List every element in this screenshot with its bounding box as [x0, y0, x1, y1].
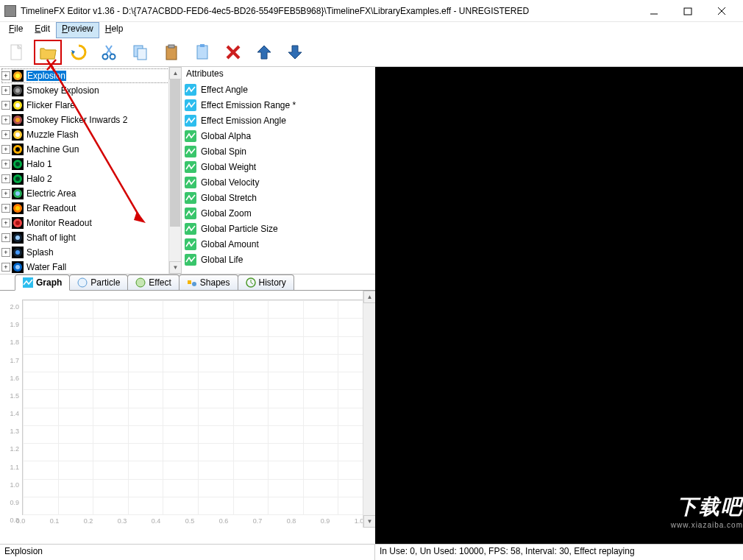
tree-item[interactable]: +Muzzle Flash [1, 127, 181, 142]
tree-item-label: Water Fall [26, 262, 66, 272]
y-tick: 1.9 [10, 321, 19, 328]
attribute-item[interactable]: Global Spin [182, 143, 375, 159]
maximize-button[interactable] [671, 1, 705, 21]
svg-point-59 [15, 250, 20, 255]
move-down-button[interactable] [281, 40, 309, 65]
tab-strip: Graph Particle Effect Shapes History [0, 274, 375, 291]
tree-item[interactable]: +Halo 2 [1, 171, 181, 186]
preview-viewport[interactable]: 下载吧 www.xiazaiba.com [375, 67, 743, 544]
scroll-up-icon[interactable]: ▲ [363, 291, 375, 303]
water-icon [12, 261, 24, 273]
expand-icon[interactable]: + [1, 130, 10, 139]
copy-button[interactable] [127, 40, 154, 65]
expand-icon[interactable]: + [1, 204, 10, 213]
open-folder-button[interactable] [34, 40, 62, 65]
tree-item[interactable]: +Explosion [1, 68, 181, 83]
tab-shapes[interactable]: Shapes [179, 274, 238, 290]
menu-preview[interactable]: Preview [56, 22, 99, 38]
menu-file[interactable]: File [3, 22, 29, 38]
expand-icon[interactable]: + [1, 86, 10, 95]
attribute-item[interactable]: Global Amount [182, 236, 375, 252]
attribute-label: Effect Emission Range * [201, 100, 296, 110]
svg-marker-19 [257, 46, 271, 59]
svg-point-9 [103, 54, 108, 60]
expand-icon[interactable]: + [1, 101, 10, 110]
scroll-down-icon[interactable]: ▼ [363, 515, 375, 528]
expand-icon[interactable]: + [1, 263, 10, 272]
graph-icon [23, 277, 33, 288]
attribute-item[interactable]: Global Particle Size [182, 221, 375, 236]
tab-effect[interactable]: Effect [127, 274, 179, 290]
expand-icon[interactable]: + [1, 71, 10, 80]
tree-item[interactable]: +Monitor Readout [1, 216, 181, 230]
tree-item[interactable]: +Water Fall [1, 260, 181, 274]
expand-icon[interactable]: + [1, 145, 10, 154]
tree-item[interactable]: +Flicker Flare [1, 98, 181, 113]
refresh-button[interactable] [65, 40, 93, 65]
y-tick: 1.2 [10, 445, 19, 453]
expand-icon[interactable]: + [1, 219, 10, 227]
expand-icon[interactable]: + [1, 116, 10, 124]
attribute-label: Global Alpha [201, 131, 251, 141]
clipboard-button[interactable] [157, 40, 185, 65]
menu-help[interactable]: Help [99, 22, 129, 38]
expand-icon[interactable]: + [1, 233, 10, 242]
attribute-item[interactable]: Effect Emission Range * [182, 97, 375, 113]
attribute-item[interactable]: Effect Angle [182, 82, 375, 97]
watermark-url: www.xiazaiba.com [671, 521, 743, 529]
content: +Explosion+Smokey Explosion+Flicker Flar… [0, 67, 743, 544]
new-file-button[interactable] [3, 40, 31, 65]
delete-button[interactable] [219, 40, 247, 65]
attribute-item[interactable]: Global Velocity [182, 174, 375, 190]
expand-icon[interactable]: + [1, 189, 10, 198]
close-button[interactable] [705, 1, 739, 21]
tree-item[interactable]: +Bar Readout [1, 201, 181, 216]
expand-icon[interactable]: + [1, 248, 10, 257]
attributes-header: Attributes [182, 67, 375, 82]
y-tick: 1.4 [10, 410, 19, 417]
tree-item[interactable]: +Smokey Flicker Inwards 2 [1, 113, 181, 127]
x-tick: 0.6 [219, 517, 229, 525]
tree-item[interactable]: +Splash [1, 245, 181, 260]
tree-scrollbar[interactable]: ▲ ▼ [168, 67, 181, 274]
x-tick: 0.2 [84, 517, 93, 525]
attribute-item[interactable]: Global Stretch [182, 190, 375, 205]
attribute-item[interactable]: Global Weight [182, 159, 375, 174]
minimize-button[interactable] [637, 1, 671, 21]
y-axis: 0.80.91.01.11.21.31.41.51.61.71.81.92.0 [0, 298, 21, 513]
tab-label: History [259, 277, 286, 288]
scroll-thumb[interactable] [170, 79, 180, 227]
graph-grid[interactable] [22, 300, 374, 515]
attribute-item[interactable]: Effect Emission Angle [182, 113, 375, 128]
tab-graph[interactable]: Graph [15, 274, 70, 291]
tree-item[interactable]: +Electric Area [1, 186, 181, 201]
smoke-icon [12, 85, 24, 96]
tree-item[interactable]: +Halo 1 [1, 157, 181, 171]
paste-button[interactable] [188, 40, 216, 65]
svg-rect-13 [166, 46, 177, 60]
expand-icon[interactable]: + [1, 174, 10, 183]
graph-scrollbar[interactable]: ▲ ▼ [363, 291, 375, 528]
effect-tree[interactable]: +Explosion+Smokey Explosion+Flicker Flar… [0, 67, 181, 274]
tab-label: Particle [90, 277, 120, 288]
tree-item[interactable]: +Shaft of light [1, 230, 181, 245]
scroll-down-icon[interactable]: ▼ [169, 261, 182, 274]
move-up-button[interactable] [250, 40, 278, 65]
statusbar: Explosion In Use: 0, Un Used: 10000, FPS… [0, 544, 743, 560]
svg-rect-14 [168, 45, 174, 48]
attribute-item[interactable]: Global Alpha [182, 128, 375, 143]
tab-history[interactable]: History [238, 274, 294, 290]
attributes-list[interactable]: Effect AngleEffect Emission Range *Effec… [182, 82, 375, 267]
svg-point-32 [15, 118, 20, 122]
expand-icon[interactable]: + [1, 160, 10, 169]
scroll-up-icon[interactable]: ▲ [169, 67, 182, 79]
tree-item[interactable]: +Machine Gun [1, 142, 181, 157]
attribute-item[interactable]: Global Life [182, 252, 375, 267]
bars-icon [12, 202, 24, 214]
tab-particle[interactable]: Particle [69, 274, 128, 290]
attribute-item[interactable]: Global Zoom [182, 205, 375, 221]
attribute-type-icon [185, 84, 196, 96]
cut-button[interactable] [96, 40, 124, 65]
tree-item[interactable]: +Smokey Explosion [1, 83, 181, 98]
menu-edit[interactable]: Edit [29, 22, 56, 38]
